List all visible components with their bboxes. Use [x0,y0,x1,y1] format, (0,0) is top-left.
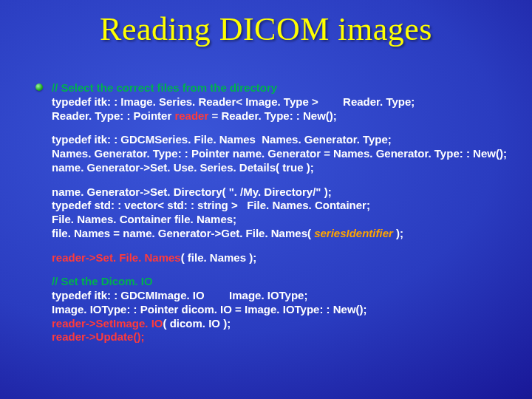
code-line: name. Generator->Set. Use. Series. Detai… [52,161,510,175]
code-line: reader->Set. File. Names( file. Names ); [52,251,510,265]
code-text: ); [393,227,403,239]
code-text: Reader. Type; [343,95,415,108]
code-text: file. Names = name. Generator->Get. File… [52,227,314,239]
code-line: reader->SetImage. IO( dicom. IO ); [52,317,510,331]
code-param: seriesIdentifier [314,227,393,239]
code-line: typedef itk: : GDCMSeries. File. Names N… [52,133,510,147]
code-line: typedef itk: : GDCMImage. IO Image. IOTy… [52,289,510,303]
code-line: name. Generator->Set. Directory( ". /My.… [52,185,510,200]
code-line: file. Names = name. Generator->Get. File… [52,227,510,241]
slide-body: // Select the correct files from the dir… [52,81,510,344]
code-line: Reader. Type: : Pointer reader = Reader.… [52,109,510,123]
code-highlight: reader->Update(); [52,330,510,344]
code-comment: // Select the correct files from the dir… [52,81,510,95]
code-line: File. Names. Container file. Names; [52,213,510,227]
slide-title: Reading DICOM images [0,10,532,48]
code-text: ( file. Names ); [181,251,257,264]
code-text: typedef itk: : Image. Series. Reader< Im… [52,95,318,108]
slide: Reading DICOM images // Select the corre… [0,0,532,399]
code-comment: // Set the Dicom. IO [52,275,510,289]
code-text: Reader. Type: : Pointer [52,109,174,122]
code-text: ( dicom. IO ); [163,317,231,330]
code-highlight: reader [174,109,208,122]
code-text: = Reader. Type: : New(); [208,109,337,122]
code-highlight: reader->SetImage. IO [52,317,163,330]
code-highlight: reader->Set. File. Names [52,251,181,264]
code-line: Image. IOType: : Pointer dicom. IO = Ima… [52,303,510,317]
code-line: typedef std: : vector< std: : string > F… [52,199,510,213]
bullet-icon [35,83,43,91]
code-line: typedef itk: : Image. Series. Reader< Im… [52,95,510,109]
code-line: Names. Generator. Type: : Pointer name. … [52,147,510,161]
